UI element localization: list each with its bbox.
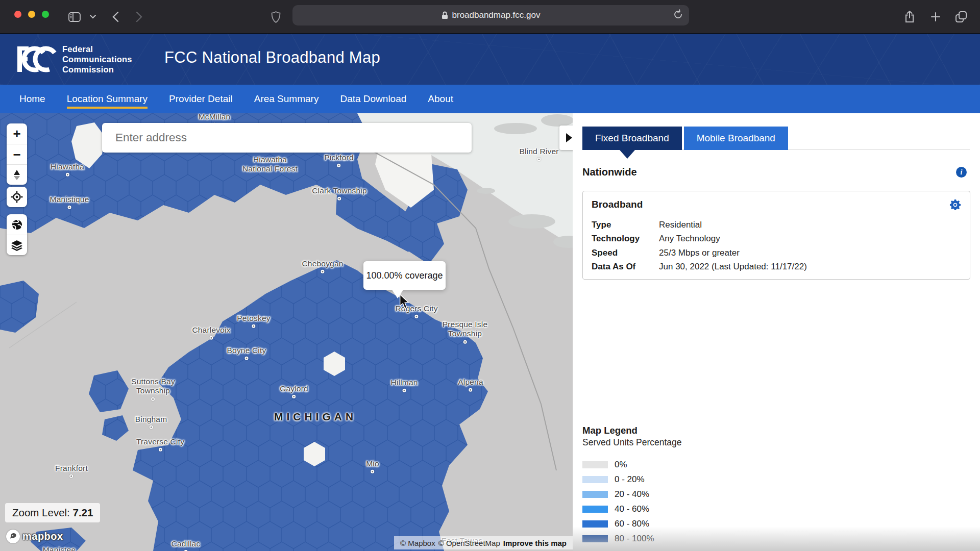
compass-pitch-button[interactable]: [7, 164, 27, 185]
tab-overview-icon[interactable]: [951, 7, 971, 27]
maximize-window-button[interactable]: [42, 11, 49, 18]
map-label-cadillac: Cadillac: [172, 539, 201, 551]
layers-icon: [11, 240, 23, 251]
coverage-tooltip-text: 100.00% coverage: [366, 270, 443, 281]
detail-panel: Fixed BroadbandMobile Broadband Nationwi…: [573, 113, 980, 551]
nav-item-location-summary[interactable]: Location Summary: [67, 85, 148, 113]
reload-icon[interactable]: [673, 9, 683, 22]
map-label-suttons-bay: Suttons BayTownship: [131, 377, 175, 401]
nav-item-data-download[interactable]: Data Download: [340, 85, 406, 113]
legend-subtitle: Served Units Percentage: [582, 437, 682, 451]
map-label-hiawatha: Hiawatha: [51, 162, 84, 177]
map-label-cheboygan: Cheboygan: [302, 259, 343, 273]
mapbox-wordmark: mapbox: [22, 531, 63, 542]
window-controls[interactable]: [14, 11, 49, 18]
tab-mobile-broadband[interactable]: Mobile Broadband: [684, 127, 788, 150]
active-tab-caret: [620, 150, 635, 159]
url-text: broadbandmap.fcc.gov: [452, 10, 541, 20]
geolocate-icon: [11, 191, 23, 203]
legend-swatch: [582, 520, 608, 528]
geolocate-button[interactable]: [7, 187, 27, 207]
mapbox-logo-icon: [6, 530, 20, 543]
attribution-mapbox-link[interactable]: © Mapbox: [400, 539, 435, 547]
collapse-panel-button[interactable]: [559, 126, 573, 150]
card-row-technology: TechnologyAny Technology: [592, 232, 961, 246]
card-row-type: TypeResidential: [592, 218, 961, 232]
main-nav: HomeLocation SummaryProvider DetailArea …: [0, 85, 980, 113]
legend-label: 20 - 40%: [615, 489, 649, 499]
legend-row: 0 - 20%: [582, 472, 682, 487]
back-button[interactable]: [106, 7, 125, 27]
fcc-wordmark: Federal Communications Commission: [62, 44, 132, 74]
nav-item-about[interactable]: About: [428, 85, 453, 113]
legend-label: 80 - 100%: [615, 534, 654, 544]
map-label-frankfort: Frankfort: [55, 464, 88, 478]
card-title: Broadband: [592, 199, 643, 210]
share-icon[interactable]: [900, 7, 919, 27]
map-label-manistique: Manistique: [50, 195, 89, 209]
mapbox-logo[interactable]: mapbox: [6, 530, 63, 543]
map-label-boyne-city: Boyne City: [227, 346, 266, 360]
map-label-bingham: Bingham: [135, 415, 167, 429]
close-window-button[interactable]: [14, 11, 21, 18]
zoom-controls: + −: [7, 123, 27, 185]
legend-swatch: [582, 506, 608, 513]
broadband-summary-card: Broadband TypeResidentialTechnologyAny T…: [582, 191, 970, 280]
nav-item-home[interactable]: Home: [19, 85, 45, 113]
legend-label: 40 - 60%: [615, 504, 649, 514]
broadband-tabs: Fixed BroadbandMobile Broadband: [582, 127, 970, 150]
globe-button[interactable]: [7, 214, 27, 235]
sidebar-icon[interactable]: [65, 7, 84, 27]
card-row-value: Any Technology: [659, 234, 720, 244]
legend-label: 60 - 80%: [615, 519, 649, 529]
legend-label: 0%: [615, 460, 627, 470]
map-label-hillman: Hillman: [390, 378, 418, 392]
zoom-in-button[interactable]: +: [7, 123, 27, 144]
legend-row: 0%: [582, 457, 682, 472]
right-arrow-icon: [566, 133, 572, 142]
legend-row: 60 - 80%: [582, 516, 682, 531]
privacy-shield-icon[interactable]: [266, 7, 285, 27]
improve-map-link[interactable]: Improve this map: [503, 539, 567, 547]
fcc-logo[interactable]: [15, 44, 57, 76]
geolocate-control: [7, 187, 27, 207]
globe-icon: [11, 219, 23, 231]
card-row-value: Residential: [659, 220, 702, 230]
info-icon[interactable]: i: [956, 167, 967, 178]
map-label-pickford: Pickford: [324, 153, 354, 167]
legend-row: 40 - 60%: [582, 502, 682, 516]
legend-swatch: [582, 461, 608, 468]
page-title: FCC National Broadband Map: [164, 48, 380, 67]
legend-swatch: [582, 491, 608, 498]
gear-icon[interactable]: [949, 199, 961, 211]
card-row-label: Data As Of: [592, 262, 659, 272]
chevron-down-icon[interactable]: [83, 7, 103, 27]
address-search-box[interactable]: [102, 123, 472, 153]
search-input[interactable]: [102, 123, 472, 153]
state-label: MICHIGAN: [274, 411, 357, 423]
minimize-window-button[interactable]: [28, 11, 35, 18]
legend-row: 20 - 40%: [582, 487, 682, 502]
compass-icon: [13, 169, 21, 181]
nav-item-provider-detail[interactable]: Provider Detail: [169, 85, 233, 113]
coverage-tooltip: 100.00% coverage: [363, 261, 446, 290]
layers-button[interactable]: [7, 235, 27, 255]
card-row-value: 25/3 Mbps or greater: [659, 248, 740, 258]
forward-button[interactable]: [129, 7, 149, 27]
map-label-traverse-city: Traverse City: [136, 437, 184, 452]
header-pattern: [0, 34, 980, 85]
card-row-speed: Speed25/3 Mbps or greater: [592, 246, 961, 260]
card-row-data-as-of: Data As OfJun 30, 2022 (Last Updated: 11…: [592, 260, 961, 274]
attribution-osm-link[interactable]: © OpenStreetMap: [438, 539, 500, 547]
map-legend: Map Legend Served Units Percentage 0%0 -…: [582, 425, 682, 546]
nav-item-area-summary[interactable]: Area Summary: [254, 85, 319, 113]
zoom-out-button[interactable]: −: [7, 144, 27, 164]
map-label-gaylord: Gaylord: [280, 384, 308, 398]
new-tab-icon[interactable]: [926, 7, 945, 27]
address-bar[interactable]: broadbandmap.fcc.gov: [292, 5, 689, 26]
map-label-clark-township: Clark Township: [312, 186, 367, 201]
map-label-manistee: Manistee: [43, 545, 76, 551]
map-canvas[interactable]: HiawathaManistiqueHiawathaNational Fores…: [0, 113, 573, 551]
tab-fixed-broadband[interactable]: Fixed Broadband: [582, 127, 682, 150]
card-row-label: Speed: [592, 248, 659, 258]
